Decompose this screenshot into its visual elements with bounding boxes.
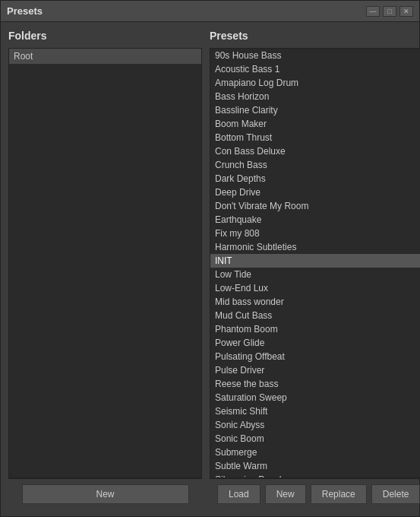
preset-item[interactable]: Low Tide [210,268,420,281]
presets-bottom-bar: Load New Replace Delete [210,478,420,509]
folders-new-button[interactable]: New [22,484,189,504]
main-content: Folders Root New Presets 90s House BassA… [1,22,419,516]
preset-item[interactable]: Pulsating Offbeat [210,350,420,363]
window-title: Presets [7,5,43,17]
folders-content: Folders Root [8,30,202,478]
presets-window: Presets — □ ✕ Folders Root New Presets 9… [0,0,420,517]
preset-item[interactable]: Sonic Abyss [210,418,420,432]
folders-bottom-bar: New [8,478,202,509]
preset-item[interactable]: Reese the bass [210,377,420,391]
preset-item[interactable]: Saturation Sweep [210,391,420,404]
preset-item[interactable]: Earthquake [210,213,420,227]
preset-item[interactable]: Mud Cut Bass [210,309,420,322]
load-button[interactable]: Load [217,484,261,504]
folder-item[interactable]: Root [9,49,201,64]
preset-item[interactable]: Dark Depths [210,172,420,186]
title-bar-buttons: — □ ✕ [366,6,413,17]
close-button[interactable]: ✕ [399,6,413,17]
title-bar: Presets — □ ✕ [1,1,419,22]
preset-item[interactable]: Bottom Thrust [210,131,420,144]
preset-item[interactable]: Crunch Bass [210,158,420,172]
preset-item[interactable]: Acoustic Bass 1 [210,62,420,76]
preset-item[interactable]: Don't Vibrate My Room [210,199,420,213]
new-button[interactable]: New [265,484,306,504]
restore-button[interactable]: □ [383,6,396,17]
delete-button[interactable]: Delete [371,484,420,504]
preset-item[interactable]: Sonic Boom [210,432,420,446]
preset-item[interactable]: Amapiano Log Drum [210,76,420,90]
preset-item[interactable]: Pulse Driver [210,363,420,377]
preset-item[interactable]: Bass Horizon [210,90,420,103]
preset-item[interactable]: Sibmarine Punch [210,473,420,478]
preset-item[interactable]: Phantom Boom [210,322,420,336]
preset-item[interactable]: Bassline Clarity [210,103,420,117]
replace-button[interactable]: Replace [311,484,367,504]
folders-list[interactable]: Root [8,48,202,478]
folders-section: Folders Root New [8,30,202,509]
folders-header: Folders [8,30,202,42]
presets-list[interactable]: 90s House BassAcoustic Bass 1Amapiano Lo… [210,48,420,478]
preset-item[interactable]: Boom Maker [210,117,420,131]
presets-header: Presets [210,30,420,42]
preset-item[interactable]: Low-End Lux [210,281,420,295]
minimize-button[interactable]: — [366,6,380,17]
preset-item[interactable]: Harmonic Subtleties [210,240,420,254]
preset-item[interactable]: 90s House Bass [210,49,420,62]
preset-item[interactable]: INIT [210,254,420,268]
preset-item[interactable]: Subtle Warm [210,459,420,473]
preset-item[interactable]: Submerge [210,446,420,459]
preset-item[interactable]: Fix my 808 [210,227,420,240]
preset-item[interactable]: Power Glide [210,336,420,350]
preset-item[interactable]: Con Bass Deluxe [210,144,420,158]
preset-item[interactable]: Deep Drive [210,186,420,199]
preset-item[interactable]: Mid bass wonder [210,295,420,309]
preset-item[interactable]: Seismic Shift [210,404,420,418]
presets-content: Presets 90s House BassAcoustic Bass 1Ama… [210,30,420,478]
presets-section: Presets 90s House BassAcoustic Bass 1Ama… [210,30,420,509]
